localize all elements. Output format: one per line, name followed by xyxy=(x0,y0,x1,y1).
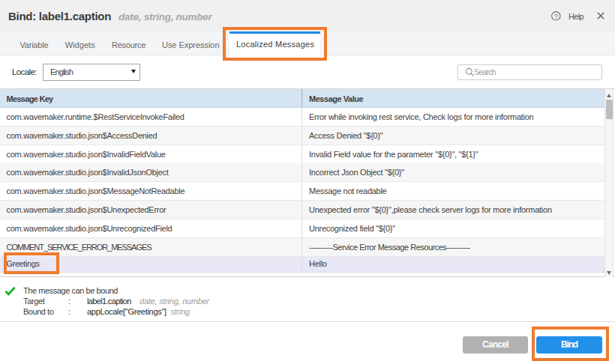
svg-text:?: ? xyxy=(554,12,557,20)
